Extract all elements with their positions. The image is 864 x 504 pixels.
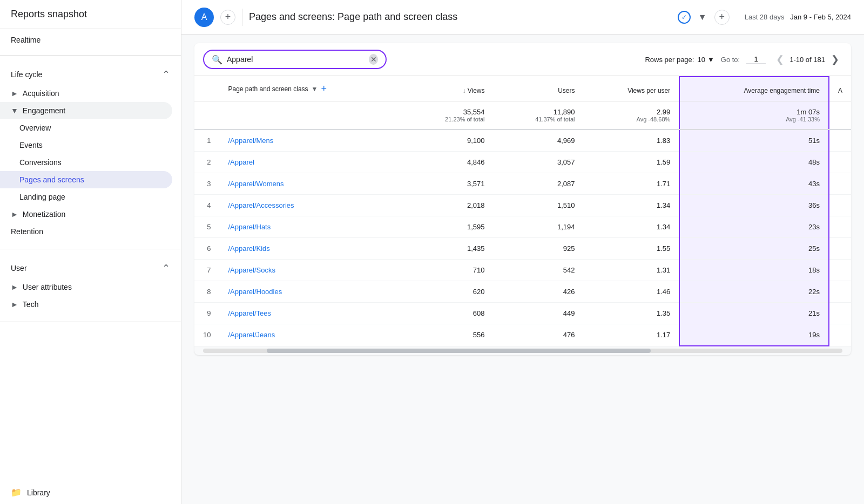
- chevron-right-icon: ►: [11, 89, 18, 98]
- chevron-up-icon-user: ⌃: [162, 262, 170, 274]
- prev-page-button[interactable]: ❮: [772, 52, 787, 67]
- row-users: 2,087: [494, 173, 584, 195]
- row-avg-engagement: 25s: [679, 238, 829, 260]
- row-path[interactable]: /Apparel/Hoodies: [219, 281, 403, 303]
- search-icon: 🔍: [212, 55, 222, 65]
- row-views-per-user: 1.34: [584, 195, 680, 216]
- row-views: 1,435: [403, 238, 493, 260]
- add-comparison-button[interactable]: +: [714, 10, 730, 25]
- row-path[interactable]: /Apparel/Socks: [219, 260, 403, 281]
- rows-per-page-label: Rows per page:: [645, 56, 694, 64]
- sidebar-item-landing-page[interactable]: Landing page: [0, 188, 172, 206]
- col-rank-header: [194, 77, 219, 101]
- row-rank: 6: [194, 238, 219, 260]
- avatar[interactable]: A: [194, 8, 214, 27]
- data-table: Page path and screen class ▼ + ↓ Views U…: [194, 76, 851, 346]
- clear-search-button[interactable]: ✕: [369, 54, 378, 65]
- row-views: 620: [403, 281, 493, 303]
- sidebar: Reports snapshot Realtime Life cycle ⌃ ►…: [0, 0, 181, 504]
- sidebar-item-library[interactable]: 📁 Library: [0, 481, 181, 504]
- col-views-header[interactable]: ↓ Views: [403, 77, 493, 101]
- row-views: 3,571: [403, 173, 493, 195]
- row-path[interactable]: /Apparel/Jeans: [219, 324, 403, 346]
- add-property-button[interactable]: +: [220, 10, 235, 25]
- col-avg-engagement-header[interactable]: Average engagement time: [679, 77, 829, 101]
- row-path[interactable]: /Apparel/Hats: [219, 216, 403, 238]
- row-path[interactable]: /Apparel/Mens: [219, 130, 403, 152]
- sidebar-item-monetization[interactable]: ► Monetization: [0, 206, 181, 223]
- row-views-per-user: 1.83: [584, 130, 680, 152]
- sidebar-item-user-attributes[interactable]: ► User attributes: [0, 278, 181, 296]
- dimension-dropdown-icon[interactable]: ▼: [312, 85, 318, 93]
- row-path[interactable]: /Apparel/Kids: [219, 238, 403, 260]
- summary-views: 35,554 21.23% of total: [403, 101, 493, 130]
- row-rank: 7: [194, 260, 219, 281]
- row-extra: [829, 303, 851, 324]
- sidebar-item-engagement[interactable]: ▼ Engagement: [0, 102, 172, 119]
- rows-per-page-select[interactable]: 10 ▼: [697, 56, 714, 64]
- summary-avg-eng-value: 1m 07s: [796, 108, 820, 116]
- col-users-header[interactable]: Users: [494, 77, 584, 101]
- row-views-per-user: 1.34: [584, 216, 680, 238]
- row-users: 426: [494, 281, 584, 303]
- divider-3: [0, 322, 181, 322]
- sidebar-item-conversions[interactable]: Conversions: [0, 154, 172, 171]
- acquisition-label: Acquisition: [23, 89, 59, 98]
- row-path[interactable]: /Apparel: [219, 152, 403, 173]
- goto-input[interactable]: [746, 55, 766, 64]
- summary-users-pct: 41.37% of total: [502, 116, 575, 122]
- summary-avg-eng-avg: Avg -41.33%: [688, 116, 820, 122]
- horizontal-scrollbar[interactable]: [203, 349, 842, 353]
- sidebar-item-events[interactable]: Events: [0, 137, 172, 154]
- goto-label: Go to:: [721, 56, 740, 64]
- title-dropdown-button[interactable]: ▼: [695, 10, 710, 25]
- events-label: Events: [19, 141, 43, 149]
- separator: [242, 9, 242, 26]
- date-range-value: Jan 9 - Feb 5, 2024: [790, 13, 851, 21]
- sidebar-item-realtime[interactable]: Realtime: [0, 29, 181, 51]
- chevron-right-icon-tech: ►: [11, 300, 18, 309]
- add-dimension-button[interactable]: +: [321, 83, 327, 94]
- row-rank: 2: [194, 152, 219, 173]
- sidebar-item-tech[interactable]: ► Tech: [0, 296, 181, 313]
- col-dimension-header[interactable]: Page path and screen class ▼ +: [219, 77, 403, 101]
- sidebar-item-pages-and-screens[interactable]: Pages and screens: [0, 171, 172, 188]
- page-navigation: ❮ 1-10 of 181 ❯: [772, 52, 842, 67]
- divider-2: [0, 249, 181, 249]
- sidebar-item-overview[interactable]: Overview: [0, 119, 172, 137]
- scrollbar-thumb[interactable]: [267, 349, 650, 353]
- user-section-header[interactable]: User ⌃: [0, 258, 181, 278]
- row-path[interactable]: /Apparel/Accessories: [219, 195, 403, 216]
- sidebar-item-acquisition[interactable]: ► Acquisition: [0, 85, 181, 102]
- verified-icon: ✓: [678, 11, 691, 24]
- lifecycle-section: Life cycle ⌃ ► Acquisition ▼ Engagement …: [0, 60, 181, 244]
- summary-users: 11,890 41.37% of total: [494, 101, 584, 130]
- row-path[interactable]: /Apparel/Tees: [219, 303, 403, 324]
- row-path[interactable]: /Apparel/Womens: [219, 173, 403, 195]
- date-range: Last 28 days Jan 9 - Feb 5, 2024: [745, 13, 851, 21]
- landing-page-label: Landing page: [19, 193, 65, 201]
- lifecycle-header[interactable]: Life cycle ⌃: [0, 64, 181, 85]
- divider: [0, 55, 181, 56]
- summary-vpu: 2.99 Avg -48.68%: [584, 101, 680, 130]
- search-input[interactable]: [227, 55, 364, 64]
- chevron-down-icon: ▼: [11, 106, 18, 115]
- row-views-per-user: 1.71: [584, 173, 680, 195]
- table-wrapper: 🔍 ✕ Rows per page: 10 ▼ Go to:: [194, 43, 851, 355]
- monetization-label: Monetization: [23, 210, 65, 219]
- topbar: A + Pages and screens: Page path and scr…: [181, 0, 864, 35]
- avg-engagement-label: Average engagement time: [744, 87, 820, 94]
- rows-per-page: Rows per page: 10 ▼: [645, 56, 714, 64]
- table-row: 5 /Apparel/Hats 1,595 1,194 1.34 23s: [194, 216, 851, 238]
- sidebar-item-retention[interactable]: Retention: [0, 223, 172, 240]
- col-views-per-user-header[interactable]: Views per user: [584, 77, 680, 101]
- table-row: 1 /Apparel/Mens 9,100 4,969 1.83 51s: [194, 130, 851, 152]
- row-users: 1,194: [494, 216, 584, 238]
- next-page-button[interactable]: ❯: [827, 52, 842, 67]
- overview-label: Overview: [19, 124, 51, 132]
- library-icon: 📁: [11, 487, 22, 498]
- summary-users-value: 11,890: [554, 108, 575, 116]
- row-extra: [829, 238, 851, 260]
- table-row: 10 /Apparel/Jeans 556 476 1.17 19s: [194, 324, 851, 346]
- page-title: Pages and screens: Page path and screen …: [249, 11, 671, 23]
